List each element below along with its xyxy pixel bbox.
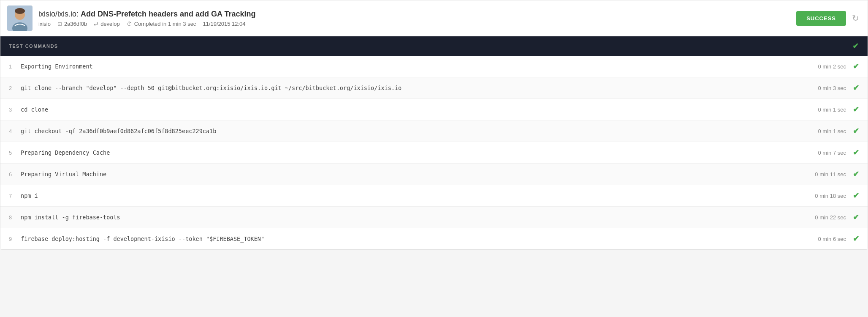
command-row[interactable]: 5Preparing Dependency Cache0 min 7 sec✔	[0, 142, 868, 164]
command-row[interactable]: 2git clone --branch "develop" --depth 50…	[0, 77, 868, 99]
build-header: ixisio/ixis.io: Add DNS-Prefetch headers…	[0, 0, 868, 36]
row-number: 2	[9, 85, 21, 91]
header-actions: SUCCESS ↻	[796, 11, 861, 26]
row-label: npm i	[21, 192, 808, 199]
row-check-icon: ✔	[853, 169, 859, 179]
row-number: 7	[9, 193, 21, 199]
section-label: TEST COMMANDS	[9, 44, 58, 49]
row-label: Preparing Dependency Cache	[21, 149, 808, 156]
avatar	[7, 5, 33, 31]
header-meta: ixisio ⊡ 2a36df0b ⇄ develop ⏱ Completed …	[38, 21, 790, 27]
row-label: Preparing Virtual Machine	[21, 171, 808, 178]
branch-icon: ⇄	[94, 21, 98, 27]
row-time: 0 min 6 sec	[808, 236, 846, 242]
row-check-icon: ✔	[853, 213, 859, 222]
row-check-icon: ✔	[853, 83, 859, 93]
row-number: 4	[9, 128, 21, 134]
command-row[interactable]: 3cd clone0 min 1 sec✔	[0, 99, 868, 120]
row-label: npm install -g firebase-tools	[21, 214, 808, 221]
row-label: git checkout -qf 2a36df0b9aef0d862afc06f…	[21, 128, 808, 134]
timestamp-text: 11/19/2015 12:04	[203, 21, 245, 27]
meta-user: ixisio	[38, 21, 51, 27]
row-number: 3	[9, 107, 21, 113]
row-label: firebase deploy:hosting -f development-i…	[21, 235, 808, 242]
refresh-icon[interactable]: ↻	[850, 11, 861, 25]
meta-timestamp: 11/19/2015 12:04	[203, 21, 245, 27]
clock-icon: ⏱	[127, 21, 132, 27]
command-row[interactable]: 9firebase deploy:hosting -f development-…	[0, 228, 868, 249]
header-title: ixisio/ixis.io: Add DNS-Prefetch headers…	[38, 10, 790, 19]
build-title: Add DNS-Prefetch headers and add GA Trac…	[81, 10, 255, 18]
branch-name: develop	[100, 21, 120, 27]
row-number: 9	[9, 236, 21, 242]
meta-branch: ⇄ develop	[94, 21, 120, 27]
section-check-icon: ✔	[852, 41, 860, 51]
row-number: 1	[9, 63, 21, 70]
row-time: 0 min 3 sec	[808, 85, 846, 91]
command-row[interactable]: 1Exporting Environment0 min 2 sec✔	[0, 56, 868, 77]
section-header: TEST COMMANDS ✔	[0, 36, 868, 56]
svg-point-3	[15, 8, 25, 14]
meta-commit: ⊡ 2a36df0b	[57, 21, 87, 27]
row-time: 0 min 11 sec	[808, 171, 846, 178]
commit-hash: 2a36df0b	[64, 21, 87, 27]
header-info: ixisio/ixis.io: Add DNS-Prefetch headers…	[38, 10, 790, 27]
row-time: 0 min 1 sec	[808, 128, 846, 134]
row-check-icon: ✔	[853, 191, 859, 200]
row-number: 8	[9, 214, 21, 221]
commands-list: 1Exporting Environment0 min 2 sec✔2git c…	[0, 56, 868, 249]
command-row[interactable]: 8npm install -g firebase-tools0 min 22 s…	[0, 207, 868, 228]
success-button[interactable]: SUCCESS	[796, 11, 846, 26]
row-time: 0 min 18 sec	[808, 193, 846, 199]
user-label: ixisio	[38, 21, 51, 27]
page-wrapper: ixisio/ixis.io: Add DNS-Prefetch headers…	[0, 0, 868, 250]
meta-completed: ⏱ Completed in 1 min 3 sec	[127, 21, 196, 27]
commit-icon: ⊡	[57, 21, 62, 27]
command-row[interactable]: 4git checkout -qf 2a36df0b9aef0d862afc06…	[0, 120, 868, 142]
completed-text: Completed in 1 min 3 sec	[134, 21, 196, 27]
row-number: 5	[9, 150, 21, 156]
row-check-icon: ✔	[853, 234, 859, 243]
row-time: 0 min 22 sec	[808, 214, 846, 221]
row-time: 0 min 1 sec	[808, 107, 846, 113]
row-label: cd clone	[21, 106, 808, 113]
command-row[interactable]: 6Preparing Virtual Machine0 min 11 sec✔	[0, 164, 868, 185]
row-check-icon: ✔	[853, 62, 859, 71]
row-number: 6	[9, 171, 21, 178]
row-label: git clone --branch "develop" --depth 50 …	[21, 85, 808, 91]
row-check-icon: ✔	[853, 126, 859, 136]
repo-name: ixisio/ixis.io:	[38, 10, 79, 18]
row-time: 0 min 2 sec	[808, 63, 846, 70]
row-check-icon: ✔	[853, 105, 859, 114]
row-time: 0 min 7 sec	[808, 150, 846, 156]
row-label: Exporting Environment	[21, 63, 808, 70]
command-row[interactable]: 7npm i0 min 18 sec✔	[0, 185, 868, 207]
row-check-icon: ✔	[853, 148, 859, 157]
